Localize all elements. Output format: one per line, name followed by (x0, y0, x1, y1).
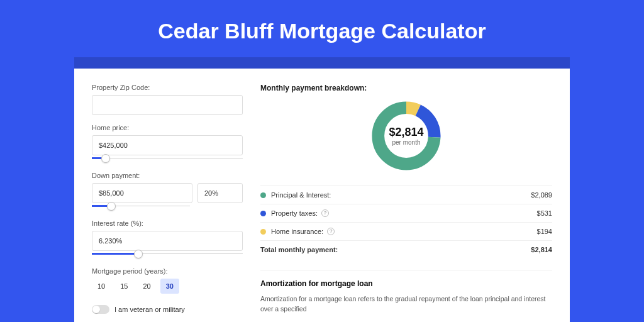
legend-row: Home insurance:?$194 (260, 222, 552, 240)
amortization-section: Amortization for mortgage loan Amortizat… (260, 270, 552, 314)
legend-row: Principal & Interest:$2,089 (260, 186, 552, 204)
slider-thumb[interactable] (101, 154, 110, 163)
veteran-toggle[interactable] (92, 305, 109, 314)
legend-dot (260, 229, 266, 235)
donut-center-label: per month (392, 139, 420, 146)
legend-total-row: Total monthly payment: $2,814 (260, 240, 552, 258)
down-payment-label: Down payment: (92, 172, 243, 179)
zip-input[interactable] (92, 95, 243, 115)
down-payment-field: Down payment: (92, 172, 243, 211)
down-payment-slider[interactable] (92, 202, 190, 211)
veteran-row: I am veteran or military (92, 305, 243, 314)
mortgage-period-option[interactable]: 10 (92, 279, 111, 294)
help-icon[interactable]: ? (321, 209, 329, 217)
home-price-field: Home price: (92, 124, 243, 163)
legend-row: Property taxes:?$531 (260, 204, 552, 222)
legend: Principal & Interest:$2,089Property taxe… (260, 186, 552, 240)
help-icon[interactable]: ? (327, 228, 335, 235)
mortgage-period-label: Mortgage period (years): (92, 267, 243, 275)
toggle-knob (92, 306, 100, 313)
donut-chart: $2,814 per month (369, 99, 443, 173)
interest-rate-slider[interactable] (92, 250, 243, 258)
legend-value: $194 (537, 228, 552, 235)
mortgage-period-option[interactable]: 30 (160, 279, 179, 294)
legend-total-label: Total monthly payment: (260, 246, 338, 253)
home-price-slider[interactable] (92, 154, 243, 163)
zip-field: Property Zip Code: (92, 84, 243, 115)
interest-rate-input[interactable] (92, 231, 243, 251)
breakdown-heading: Monthly payment breakdown: (260, 84, 552, 92)
legend-value: $531 (537, 209, 552, 217)
breakdown-column: Monthly payment breakdown: $2,814 per mo… (260, 84, 552, 314)
home-price-input[interactable] (92, 135, 243, 155)
mortgage-period-options: 10152030 (92, 279, 243, 294)
zip-label: Property Zip Code: (92, 84, 243, 91)
mortgage-period-option[interactable]: 20 (138, 279, 157, 294)
banner-strip (74, 57, 570, 69)
amortization-text: Amortization for a mortgage loan refers … (260, 294, 552, 314)
page-title: Cedar Bluff Mortgage Calculator (0, 0, 644, 57)
legend-label-text: Home insurance: (271, 228, 323, 235)
down-payment-pct-input[interactable] (197, 183, 243, 203)
veteran-label: I am veteran or military (114, 306, 185, 313)
down-payment-input[interactable] (92, 183, 192, 203)
donut-center-amount: $2,814 (389, 126, 423, 139)
legend-label-text: Property taxes: (271, 209, 318, 217)
legend-label-text: Principal & Interest: (271, 191, 331, 199)
legend-dot (260, 192, 266, 198)
mortgage-period-option[interactable]: 15 (114, 279, 133, 294)
interest-rate-label: Interest rate (%): (92, 219, 243, 227)
legend-total-value: $2,814 (531, 246, 552, 253)
slider-thumb[interactable] (134, 250, 143, 258)
mortgage-period-field: Mortgage period (years): 10152030 (92, 267, 243, 294)
donut-chart-wrap: $2,814 per month (260, 96, 552, 182)
slider-thumb[interactable] (107, 202, 116, 211)
legend-value: $2,089 (531, 191, 552, 199)
home-price-label: Home price: (92, 124, 243, 131)
inputs-column: Property Zip Code: Home price: Down paym… (92, 84, 243, 314)
interest-rate-field: Interest rate (%): (92, 219, 243, 258)
calculator-card: Property Zip Code: Home price: Down paym… (74, 69, 570, 322)
legend-dot (260, 211, 266, 216)
amortization-heading: Amortization for mortgage loan (260, 279, 552, 288)
